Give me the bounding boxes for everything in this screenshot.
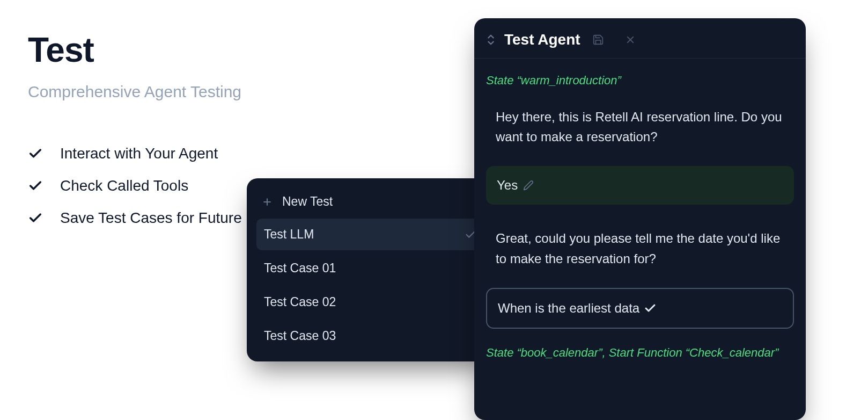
- feature-item: Check Called Tools: [28, 177, 242, 194]
- state-label: State “book_calendar”, Start Function “C…: [486, 346, 794, 360]
- submit-check-icon[interactable]: [644, 302, 657, 315]
- check-icon: [28, 146, 43, 161]
- new-test-label: New Test: [282, 194, 333, 209]
- agent-title: Test Agent: [504, 31, 580, 48]
- feature-text: Check Called Tools: [60, 177, 188, 194]
- save-icon[interactable]: [592, 34, 604, 46]
- test-list-item[interactable]: Test Case 02: [256, 286, 484, 318]
- agent-message: Hey there, this is Retell AI reservation…: [486, 103, 794, 151]
- feature-text: Save Test Cases for Future: [60, 209, 242, 227]
- test-item-label: Test LLM: [264, 227, 314, 242]
- test-item-label: Test Case 01: [264, 261, 336, 276]
- user-input[interactable]: When is the earliest data: [486, 288, 794, 329]
- test-item-label: Test Case 03: [264, 329, 336, 343]
- user-message[interactable]: Yes: [486, 166, 794, 205]
- page-subtitle: Comprehensive Agent Testing: [28, 83, 242, 101]
- edit-icon[interactable]: [523, 180, 534, 191]
- test-selector-panel: New Test Test LLM Test Case 01 Test Case…: [247, 178, 494, 361]
- test-list-item[interactable]: Test LLM: [256, 219, 484, 250]
- agent-body: State “warm_introduction” Hey there, thi…: [474, 59, 806, 360]
- expand-icon[interactable]: [486, 34, 496, 46]
- test-list-item[interactable]: Test Case 01: [256, 252, 484, 284]
- check-icon: [28, 178, 43, 193]
- feature-text: Interact with Your Agent: [60, 145, 218, 162]
- check-icon: [28, 211, 43, 226]
- user-message-text: Yes: [497, 178, 518, 193]
- feature-item: Save Test Cases for Future: [28, 209, 242, 227]
- page-title: Test: [28, 30, 242, 70]
- agent-message: Great, could you please tell me the date…: [486, 224, 794, 272]
- test-item-label: Test Case 02: [264, 295, 336, 309]
- feature-item: Interact with Your Agent: [28, 145, 242, 162]
- test-list-item[interactable]: Test Case 03: [256, 320, 484, 352]
- new-test-button[interactable]: New Test: [256, 190, 484, 219]
- state-label: State “warm_introduction”: [486, 74, 794, 88]
- input-text: When is the earliest data: [498, 301, 639, 316]
- plus-icon: [262, 197, 273, 207]
- agent-header: Test Agent: [474, 18, 806, 59]
- feature-list: Interact with Your Agent Check Called To…: [28, 145, 242, 227]
- test-list: Test LLM Test Case 01 Test Case 02 Test …: [256, 219, 484, 352]
- left-section: Test Comprehensive Agent Testing Interac…: [28, 30, 242, 242]
- agent-panel: Test Agent State “warm_introduction” Hey…: [474, 18, 806, 420]
- close-icon[interactable]: [626, 35, 635, 45]
